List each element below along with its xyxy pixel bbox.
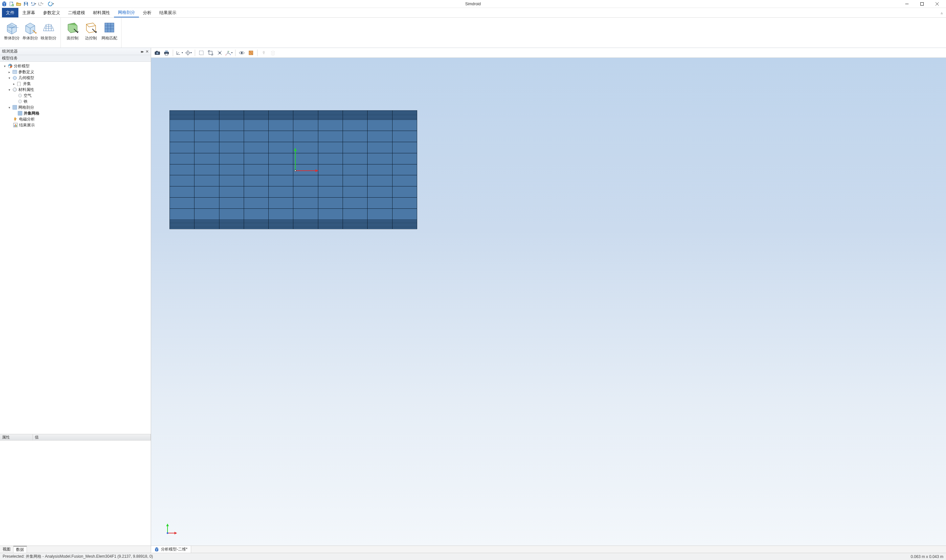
tree-union-mesh[interactable]: 并集网格 <box>1 110 149 116</box>
pin-icon[interactable]: ▸▸ <box>141 49 143 54</box>
save-icon[interactable] <box>23 1 29 7</box>
tab-view[interactable]: 视图 <box>0 546 14 553</box>
panel-close-icon[interactable]: ✕ <box>145 49 149 54</box>
redo-icon[interactable]: ▾ <box>37 1 43 7</box>
svg-rect-7 <box>13 70 17 74</box>
tab-model[interactable]: 二维建模 <box>64 8 89 17</box>
param-icon <box>12 69 17 74</box>
model-icon <box>8 63 13 69</box>
svg-point-11 <box>18 94 22 97</box>
light-icon <box>259 49 268 57</box>
undo-icon[interactable]: ▾ <box>30 1 36 7</box>
axis-style-icon[interactable]: ▾ <box>175 49 183 57</box>
target-icon[interactable]: ▾ <box>184 49 193 57</box>
doc-icon <box>154 547 159 552</box>
tab-material[interactable]: 材料属性 <box>89 8 114 17</box>
open-icon[interactable] <box>16 1 22 7</box>
camera-icon[interactable] <box>153 49 162 57</box>
viewport[interactable] <box>151 58 946 546</box>
layer-icon <box>269 49 277 57</box>
svg-rect-17 <box>15 124 16 127</box>
face-control-button[interactable]: 面控制 <box>63 20 82 41</box>
properties-body <box>0 440 151 546</box>
viewport-tab[interactable]: 分析模型-二维* <box>151 546 191 553</box>
geom-icon <box>12 75 17 80</box>
svg-rect-14 <box>18 111 22 115</box>
whole-mesh-button[interactable]: 整体剖分 <box>3 20 21 41</box>
tab-result[interactable]: 结果展示 <box>156 8 180 17</box>
tab-analysis[interactable]: 分析 <box>139 8 156 17</box>
titlebar: ▾ ▾ ▾ Simdroid <box>0 0 946 8</box>
new-icon[interactable] <box>9 1 14 7</box>
edge-control-button[interactable]: 边控制 <box>82 20 100 41</box>
edge-control-icon <box>85 21 97 34</box>
svg-text:z: z <box>230 54 231 55</box>
svg-text:x: x <box>225 54 226 55</box>
svg-text:y: y <box>228 50 229 52</box>
mesh-model[interactable] <box>169 110 417 229</box>
tab-data[interactable]: 数据 <box>14 546 27 553</box>
svg-rect-5 <box>105 23 114 32</box>
prop-col-attr[interactable]: 属性 <box>0 434 33 440</box>
tree-geom-label: 几何模型 <box>18 75 34 81</box>
mesh-match-button[interactable]: 网格匹配 <box>100 20 119 41</box>
expand-icon[interactable]: ▸ <box>12 82 16 86</box>
app-icon[interactable] <box>1 1 7 7</box>
model-tree[interactable]: ▾ 分析模型 ▸参数定义 ▾几何模型 ▸并集 ▾材料属性 空气 铁 ▾网格剖分 … <box>0 62 151 434</box>
mesh-item-icon <box>17 111 23 116</box>
axes-xyz-icon[interactable]: xyz▾ <box>225 49 233 57</box>
left-panel: 组浏览器 ▸▸ ✕ 模型任务 ▾ 分析模型 ▸参数定义 ▾几何模型 ▸并集 ▾材… <box>0 48 151 553</box>
quick-access-toolbar: ▾ ▾ ▾ <box>1 1 54 7</box>
status-message: Preselected: 并集网格 - AnalysisModel.Fusion… <box>3 554 153 559</box>
tree-root[interactable]: ▾ 分析模型 <box>1 63 149 69</box>
prop-col-val[interactable]: 值 <box>33 434 151 440</box>
grid-icon <box>103 21 116 34</box>
viewport-tab-label: 分析模型-二维* <box>161 546 188 552</box>
rotate-icon[interactable] <box>216 49 224 57</box>
tree-mesh[interactable]: ▾网格剖分 <box>1 105 149 110</box>
fit-icon[interactable] <box>206 49 215 57</box>
svg-point-21 <box>156 52 158 54</box>
tree-em-label: 电磁分析 <box>19 117 35 122</box>
cube-mesh-icon <box>5 21 18 34</box>
visibility-icon[interactable] <box>237 49 246 57</box>
viewport-toolbar: ▾ ▾ xyz▾ <box>151 48 946 58</box>
tab-param[interactable]: 参数定义 <box>39 8 64 17</box>
tab-file[interactable]: 文件 <box>2 8 18 17</box>
tree-geom[interactable]: ▾几何模型 <box>1 75 149 81</box>
browser-title: 组浏览器 <box>2 49 18 54</box>
tree-air[interactable]: 空气 <box>1 92 149 98</box>
refresh-icon[interactable]: ▾ <box>48 1 54 7</box>
print-icon[interactable] <box>162 49 171 57</box>
single-mesh-button[interactable]: 单体剖分 <box>21 20 39 41</box>
collapse-icon[interactable]: ▾ <box>7 106 11 109</box>
tree-iron[interactable]: 铁 <box>1 98 149 105</box>
svg-rect-28 <box>209 51 212 54</box>
status-dimensions: 0.063 m x 0.043 m <box>911 554 943 559</box>
tree-material[interactable]: ▾材料属性 <box>1 87 149 92</box>
select-rect-icon[interactable] <box>197 49 206 57</box>
tab-mesh[interactable]: 网格剖分 <box>114 8 139 17</box>
tree-param[interactable]: ▸参数定义 <box>1 69 149 75</box>
tree-result[interactable]: 结果展示 <box>1 122 149 128</box>
collapse-icon[interactable]: ▾ <box>7 88 11 92</box>
tree-em[interactable]: 电磁分析 <box>1 116 149 122</box>
browser-header: 组浏览器 ▸▸ ✕ <box>0 48 151 55</box>
maximize-button[interactable] <box>914 0 929 8</box>
ribbon: 整体剖分 单体剖分 映射剖分 面控制 边控制 网格匹配 <box>0 18 946 48</box>
collapse-icon[interactable]: ▾ <box>3 64 6 68</box>
tab-home[interactable]: 主屏幕 <box>18 8 39 17</box>
left-bottom-tabs: 视图 数据 <box>0 546 151 553</box>
map-mesh-button[interactable]: 映射剖分 <box>39 20 58 41</box>
triad-icon <box>165 523 178 536</box>
clip-icon[interactable] <box>247 49 255 57</box>
close-button[interactable] <box>929 0 945 8</box>
expand-icon[interactable]: ▸ <box>7 70 11 74</box>
collapse-icon[interactable]: ▾ <box>7 76 11 80</box>
tree-union[interactable]: ▸并集 <box>1 81 149 87</box>
minimize-button[interactable] <box>899 0 914 8</box>
window-title: Simdroid <box>465 2 481 6</box>
status-bar: Preselected: 并集网格 - AnalysisModel.Fusion… <box>0 553 946 560</box>
ribbon-collapse-icon[interactable]: ▵ <box>937 8 946 17</box>
tree-air-label: 空气 <box>24 93 32 98</box>
